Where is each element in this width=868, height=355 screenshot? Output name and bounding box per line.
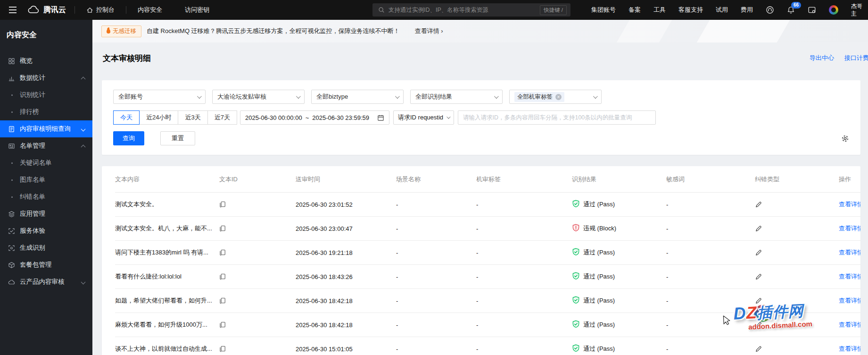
nav-content-security[interactable]: 内容安全 bbox=[126, 0, 174, 20]
billing-doc-link[interactable]: 接口计费说明 bbox=[844, 54, 868, 62]
sidebar-item-ranking[interactable]: 排行榜 bbox=[0, 103, 92, 120]
scene-select[interactable]: 大渝论坛发贴审核 bbox=[212, 90, 305, 104]
cell-text-content: 请问下楼主有1383的mirl 吗 有请... bbox=[115, 248, 219, 257]
request-id-type-select[interactable]: 请求ID requestid bbox=[393, 110, 454, 125]
col-actions: 操作 bbox=[839, 175, 860, 184]
cell-submit-time: 2025-06-30 18:42:18 bbox=[296, 297, 396, 304]
filter-row-selects: 全部账号 大渝论坛发贴审核 全部biztype 全部识别结果 bbox=[113, 90, 849, 104]
sidebar-item-app-management[interactable]: 应用管理 bbox=[0, 205, 92, 222]
menu-trial[interactable]: 试用 bbox=[716, 6, 728, 14]
copy-text-id-icon[interactable] bbox=[219, 225, 296, 232]
user-avatar[interactable] bbox=[829, 5, 838, 15]
correction-edit-pencil-icon[interactable] bbox=[755, 249, 839, 256]
sidebar-item-recognition-stats[interactable]: 识别统计 bbox=[0, 86, 92, 103]
cell-actions: 查看详情 bbox=[839, 200, 860, 209]
range-7d-button[interactable]: 近7天 bbox=[207, 110, 237, 125]
copy-text-id-icon[interactable] bbox=[219, 273, 296, 280]
copy-text-id-icon[interactable] bbox=[219, 201, 296, 208]
sidebar-item-audit-detail-query[interactable]: 内容审核明细查询 bbox=[0, 120, 92, 137]
copy-text-id-icon[interactable] bbox=[219, 297, 296, 304]
banner-tag-label: 无感迁移 bbox=[113, 27, 136, 35]
sidebar-title: 内容安全 bbox=[0, 20, 92, 43]
view-detail-link[interactable]: 查看详情 bbox=[839, 225, 860, 232]
menu-group-account[interactable]: 集团账号 bbox=[591, 6, 616, 14]
nav-access-key[interactable]: 访问密钥 bbox=[174, 0, 221, 20]
range-24h-button[interactable]: 近24小时 bbox=[139, 110, 178, 125]
sidebar-item-image-library-list[interactable]: 图库名单 bbox=[0, 171, 92, 188]
range-today-button[interactable]: 今天 bbox=[113, 110, 140, 125]
sidebar-item-service-experience[interactable]: 服务体验 bbox=[0, 222, 92, 239]
user-name[interactable]: 杰哥 主 bbox=[851, 2, 867, 17]
nav-console[interactable]: 控制台 bbox=[75, 0, 126, 20]
sidebar-item-cloud-product-audit[interactable]: 云产品内容审核 bbox=[0, 273, 92, 290]
menu-support[interactable]: 客服支持 bbox=[678, 6, 703, 14]
view-detail-link[interactable]: 查看详情 bbox=[839, 249, 860, 256]
notification-bell-icon[interactable]: 66 bbox=[787, 6, 795, 14]
banner-detail-link[interactable]: 查看详情 › bbox=[415, 27, 443, 35]
top-navbar: 腾讯云 控制台 内容安全 访问密钥 快捷键 / 集团账号 备案 工具 客服支持 … bbox=[0, 0, 868, 20]
cell-sensitive-word: - bbox=[666, 201, 755, 208]
chevron-down-icon bbox=[81, 280, 86, 285]
correction-edit-pencil-icon[interactable] bbox=[755, 225, 839, 232]
result-select[interactable]: 全部识别结果 bbox=[410, 90, 503, 104]
filter-row-time: 今天 近24小时 近3天 近7天 2025-06-30 00:00:00 ~ 2… bbox=[113, 110, 849, 125]
search-input[interactable] bbox=[389, 7, 536, 13]
correction-edit-pencil-icon[interactable] bbox=[755, 201, 839, 208]
topbar-right: 集团账号 备案 工具 客服支持 试用 费用 66 杰哥 主 bbox=[591, 0, 868, 20]
cell-result: 通过 (Pass) bbox=[572, 320, 666, 330]
cell-submit-time: 2025-06-30 23:01:52 bbox=[296, 201, 396, 208]
bullet-dot bbox=[11, 162, 13, 164]
reset-button[interactable]: 重置 bbox=[160, 131, 195, 145]
view-detail-link[interactable]: 查看详情 bbox=[839, 273, 860, 280]
scan-check-icon bbox=[8, 227, 15, 235]
cell-machine-label: - bbox=[476, 273, 572, 280]
sidebar-item-package-management[interactable]: 套餐包管理 bbox=[0, 256, 92, 273]
view-detail-link[interactable]: 查看详情 bbox=[839, 201, 860, 208]
result-text: 通过 (Pass) bbox=[583, 248, 615, 257]
result-text: 违规 (Block) bbox=[583, 224, 616, 233]
sidebar-item-label: 套餐包管理 bbox=[20, 261, 52, 269]
col-text-id: 文本ID bbox=[219, 175, 296, 184]
column-settings-gear-icon[interactable] bbox=[841, 135, 849, 143]
sidebar-item-overview[interactable]: 概览 bbox=[0, 52, 92, 69]
sidebar-item-keyword-list[interactable]: 关键词名单 bbox=[0, 154, 92, 171]
export-center-link[interactable]: 导出中心 bbox=[810, 54, 834, 62]
global-search-box[interactable]: 快捷键 / bbox=[372, 3, 570, 17]
sidebar-item-generation-recognition[interactable]: 生成识别 bbox=[0, 239, 92, 256]
copy-text-id-icon[interactable] bbox=[219, 249, 296, 256]
request-id-input[interactable] bbox=[458, 110, 656, 125]
cell-result: 通过 (Pass) bbox=[572, 296, 666, 305]
chevron-down-icon bbox=[81, 127, 86, 132]
account-select[interactable]: 全部账号 bbox=[113, 90, 206, 104]
tencent-cloud-logo[interactable]: 腾讯云 bbox=[25, 5, 74, 15]
date-start: 2025-06-30 00:00:00 bbox=[245, 114, 302, 121]
correction-edit-pencil-icon[interactable] bbox=[755, 346, 839, 353]
date-range-picker[interactable]: 2025-06-30 00:00:00 ~ 2025-06-30 23:59:5… bbox=[240, 110, 389, 125]
menu-tools[interactable]: 工具 bbox=[653, 6, 666, 14]
sidebar-item-list-management[interactable]: 名单管理 bbox=[0, 137, 92, 154]
cell-text-content: 测试文本安全。 bbox=[115, 200, 219, 209]
chevron-down-icon bbox=[197, 94, 202, 99]
menu-billing[interactable]: 费用 bbox=[741, 6, 753, 14]
query-button[interactable]: 查询 bbox=[113, 131, 144, 145]
range-3d-button[interactable]: 近3天 bbox=[178, 110, 207, 125]
sidebar-item-data-stats[interactable]: 数据统计 bbox=[0, 69, 92, 86]
sidebar-item-label: 服务体验 bbox=[20, 227, 45, 235]
clear-tag-icon[interactable]: × bbox=[555, 94, 562, 100]
machine-label-select[interactable]: 全部机审标签 × bbox=[509, 90, 602, 104]
console-settings-icon[interactable] bbox=[808, 6, 816, 14]
sidebar-item-correction-list[interactable]: 纠错名单 bbox=[0, 188, 92, 205]
biztype-select[interactable]: 全部biztype bbox=[311, 90, 404, 104]
view-detail-link[interactable]: 查看详情 bbox=[839, 345, 860, 352]
service-headset-icon[interactable] bbox=[766, 6, 774, 14]
copy-text-id-icon[interactable] bbox=[219, 321, 296, 328]
shield-pass-icon bbox=[572, 248, 580, 257]
table-row: 谈不上大神，以前就做过自动生成... 2025-06-30 15:01:05 -… bbox=[115, 337, 860, 355]
copy-text-id-icon[interactable] bbox=[219, 346, 296, 352]
user-name-line2: 主 bbox=[851, 10, 867, 17]
correction-edit-pencil-icon[interactable] bbox=[755, 273, 839, 280]
hamburger-menu-icon[interactable] bbox=[0, 0, 25, 20]
menu-icp[interactable]: 备案 bbox=[628, 6, 641, 14]
sidebar-item-label: 纠错名单 bbox=[20, 193, 45, 201]
cell-machine-label: - bbox=[476, 321, 572, 329]
